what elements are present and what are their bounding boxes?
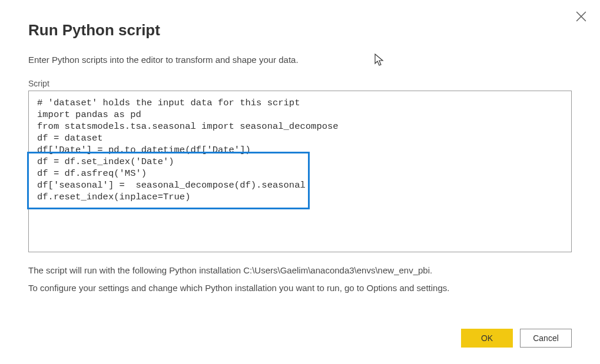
instruction-label: Enter Python scripts into the editor to … — [28, 55, 299, 65]
configure-settings-text: To configure your settings and change wh… — [28, 279, 572, 297]
cursor-icon — [374, 54, 385, 69]
python-install-path-text: The script will run with the following P… — [28, 262, 572, 279]
script-section: Script — [28, 79, 572, 255]
close-button[interactable] — [572, 7, 591, 26]
script-label: Script — [28, 79, 572, 88]
python-script-dialog: Run Python script Enter Python scripts i… — [0, 0, 600, 364]
script-editor[interactable] — [28, 91, 572, 252]
dialog-title: Run Python script — [28, 21, 572, 39]
footer-text: The script will run with the following P… — [28, 262, 572, 297]
button-row: OK Cancel — [461, 329, 572, 348]
ok-button[interactable]: OK — [461, 329, 513, 348]
cancel-button[interactable]: Cancel — [520, 329, 572, 348]
close-icon — [576, 11, 586, 22]
instruction-text: Enter Python scripts into the editor to … — [28, 55, 572, 65]
